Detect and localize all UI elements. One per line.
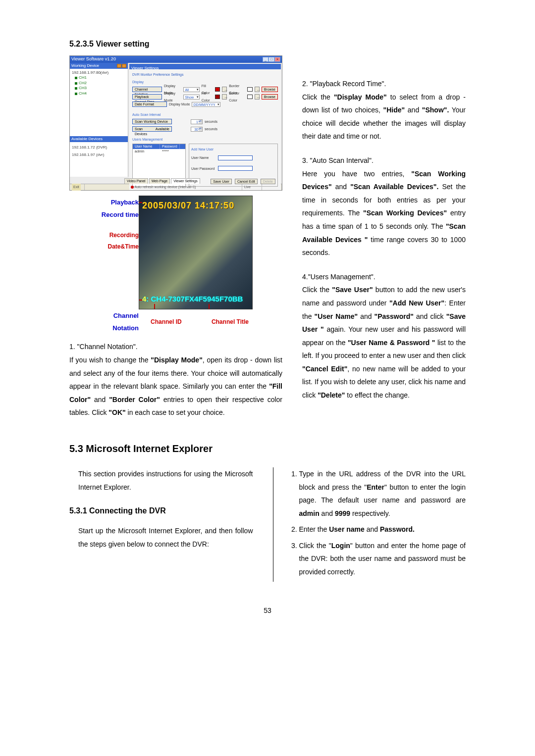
display-mode-select[interactable]: All — [183, 87, 199, 92]
step-3: Click the "Login" button and enter the h… — [299, 539, 466, 579]
seconds-label: seconds — [205, 118, 217, 125]
playback-fill-browse[interactable]: ... — [222, 94, 227, 100]
section-heading: 5.2.3.5 Viewer setting — [69, 40, 466, 49]
settings-panel-title: Viewer Settings — [129, 64, 281, 69]
tab-web-page[interactable]: Web Page — [149, 178, 170, 184]
user-row-pass: ***** — [160, 149, 171, 154]
sec531-p1: Start up the Microsoft Internet Explorer… — [78, 524, 253, 551]
channel-id: 4 — [142, 295, 146, 303]
status-tail: Live — [242, 184, 262, 190]
window-titlebar: Viewer Software v1.20 _ □ × — [70, 56, 282, 63]
channel-node[interactable]: CH3 — [79, 86, 126, 91]
callout-playback: Playback — [69, 197, 139, 209]
arrow-icon — [139, 202, 142, 203]
browse-button[interactable]: Browse — [262, 94, 278, 100]
callout-recording-2: Date&Time — [69, 241, 139, 252]
user-col-header: User Name — [133, 144, 160, 149]
playback-record-time-button[interactable]: Playback Record Time — [132, 94, 162, 100]
right-column: 2. "Playback Record Time". Click the "Di… — [302, 55, 466, 419]
step-2: Enter the User name and Password. — [299, 523, 466, 536]
step-1: Type in the URL address of the DVR into … — [299, 467, 466, 520]
scan-available-spinner[interactable]: 30▴▾ — [191, 127, 203, 132]
channel-title: CH4-7307FX4F5945F70BB — [151, 295, 243, 303]
step-list: Type in the URL address of the DVR into … — [291, 467, 466, 579]
minimize-button[interactable]: _ — [263, 57, 268, 62]
seconds-label: seconds — [205, 126, 217, 132]
border-color-browse[interactable]: ... — [255, 87, 260, 92]
video-frame: 2005/03/07 14:17:50 4: CH4-7307FX4F5945F… — [139, 196, 253, 309]
userpassword-label: User Password — [191, 165, 216, 172]
callout-channel: Channel — [69, 310, 139, 322]
viewer-settings-window: Viewer Software v1.20 _ □ × Working Devi… — [69, 55, 282, 191]
callout-recording: Recording — [69, 230, 139, 241]
arrow-icon — [154, 304, 155, 309]
autoscan-fieldset-label: Auto Scan Interval — [132, 111, 278, 118]
status-message: Auto refresh working device (Interval=1) — [135, 184, 196, 190]
fill-color-swatch[interactable] — [215, 87, 220, 92]
available-device[interactable]: 192.168.1.97 (dvr) — [72, 151, 126, 158]
close-button[interactable]: × — [274, 57, 280, 62]
date-format-button[interactable]: Date Format — [132, 101, 167, 107]
playback-border-swatch[interactable] — [247, 95, 252, 99]
save-user-button[interactable]: Save User — [211, 179, 232, 184]
refresh-icon[interactable] — [117, 64, 121, 68]
page-number: 53 — [69, 606, 466, 614]
sec53-right-column: Type in the URL address of the DVR into … — [273, 467, 466, 582]
sec53-left-column: This section provides instructions for u… — [69, 467, 253, 582]
callout-channel-2: Notation — [69, 322, 139, 335]
user-row[interactable]: admin ***** — [133, 149, 185, 154]
channel-node[interactable]: CH2 — [79, 81, 126, 86]
playback-figure: Playback Record time Recording Date&Time… — [69, 196, 282, 334]
scan-working-button[interactable]: Scan Working Device — [132, 119, 172, 124]
tab-viewer-settings[interactable]: Viewer Settings — [171, 178, 200, 184]
sec53-intro: This section provides instructions for u… — [78, 467, 253, 494]
available-devices-header: Available Devices — [70, 136, 128, 142]
video-timestamp: 2005/03/07 14:17:50 — [142, 197, 234, 214]
working-device-tree[interactable]: 192.168.1.97:80(dvr) CH1 CH2 CH3 CH4 — [70, 69, 128, 136]
display-mode-label: Display Mode — [169, 101, 190, 107]
playback-border-browse[interactable]: ... — [255, 94, 260, 100]
playback-display-mode-select[interactable]: Show — [183, 95, 199, 100]
sec531-heading: 5.3.1 Connecting the DVR — [69, 504, 253, 518]
available-devices-list[interactable]: 192.168.1.72 (DVR) 192.168.1.97 (dvr) — [70, 142, 128, 177]
device-sidebar: Working Device 192.168.1.97:80(dvr) CH1 … — [70, 63, 128, 177]
maximize-button[interactable]: □ — [268, 57, 274, 62]
arrow-icon — [139, 300, 142, 301]
status-led-icon — [131, 186, 134, 189]
para-channel-notation: 1. "Channel Notation". If you wish to ch… — [69, 340, 282, 419]
left-column: Viewer Software v1.20 _ □ × Working Devi… — [69, 55, 282, 419]
user-row-name: admin — [133, 149, 160, 154]
playback-fill-swatch[interactable] — [215, 95, 220, 99]
status-bar: Exit Auto refresh working device (Interv… — [70, 184, 282, 190]
available-device[interactable]: 192.168.1.72 (DVR) — [72, 144, 126, 151]
para-playback-record-time: 2. "Playback Record Time". Click the "Di… — [302, 77, 466, 143]
password-col-header: Password — [160, 144, 180, 149]
border-color-swatch[interactable] — [247, 87, 252, 92]
userpassword-input[interactable] — [218, 166, 253, 171]
delete-user-button[interactable]: Delete — [261, 179, 275, 184]
date-format-select[interactable]: DD/MM/YYYY — [192, 102, 220, 107]
callout-channel-title: Channel Title — [212, 316, 249, 328]
exit-label[interactable]: Exit — [72, 184, 81, 190]
working-device-header: Working Device — [70, 63, 128, 69]
video-channel-label: 4: CH4-7307FX4F5945F70BB — [142, 292, 243, 306]
channel-node[interactable]: CH4 — [79, 91, 126, 96]
device-node[interactable]: 192.168.1.97:80(dvr) — [72, 70, 126, 75]
channel-notation-button[interactable]: Channel Notation — [132, 87, 162, 92]
border-color-label: Border Color — [229, 90, 245, 103]
para-users-mgmt: 4."Users Management". Click the "Save Us… — [302, 270, 466, 402]
username-input[interactable] — [218, 155, 253, 160]
users-fieldset-label: Users Management — [132, 136, 278, 143]
section-5-3-heading: 5.3 Microsoft Internet Explorer — [69, 443, 466, 454]
channel-node[interactable]: CH1 — [79, 75, 126, 80]
fill-color-browse[interactable]: ... — [222, 87, 227, 92]
add-new-user-title: Add New User — [191, 146, 275, 152]
scan-working-spinner[interactable]: 1▴▾ — [191, 119, 203, 124]
arrow-icon — [209, 304, 210, 309]
scan-available-button[interactable]: Scan Available Devices — [132, 126, 172, 132]
tab-video-panel[interactable]: Video Panel — [124, 178, 148, 184]
browse-button[interactable]: Browse — [262, 87, 278, 92]
callout-channel-id: Channel ID — [151, 316, 182, 328]
tool-icon[interactable] — [122, 64, 126, 68]
username-label: User Name — [191, 154, 216, 161]
